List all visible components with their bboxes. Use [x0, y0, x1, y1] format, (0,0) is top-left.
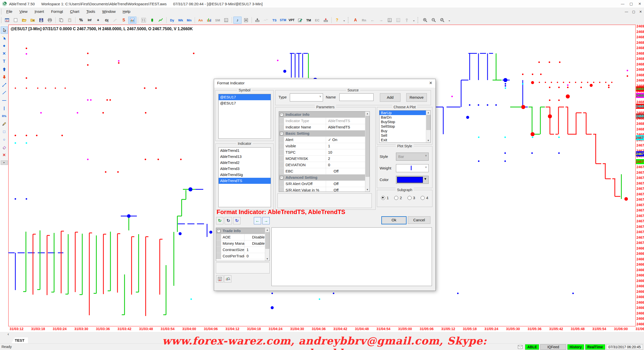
alert-icon[interactable]: A: [351, 17, 359, 24]
recalc-icon[interactable]: ↻: [225, 217, 232, 224]
close-workspace-icon[interactable]: [29, 17, 37, 24]
parameters-grid[interactable]: −Indicator InfoIndicator TypeAbleTrendTS…: [279, 111, 370, 192]
vpt-icon[interactable]: VPT: [288, 17, 296, 24]
gap-icon[interactable]: G|: [103, 17, 111, 24]
tm-icon[interactable]: TM: [305, 17, 313, 24]
subgraph-radio-2[interactable]: 2: [394, 196, 402, 200]
indicator-item[interactable]: AbleTrendTS: [219, 178, 271, 184]
ellipse-tool[interactable]: ○: [1, 136, 8, 143]
sound-alert-icon[interactable]: ♪: [233, 17, 242, 24]
zoom-out-icon[interactable]: [430, 17, 438, 24]
subgraph-radio-4[interactable]: 4: [421, 196, 428, 200]
indicator-item[interactable]: AbleTrendSig: [219, 172, 271, 178]
tab-test[interactable]: TEST: [11, 337, 28, 343]
refresh-icon[interactable]: ↻: [233, 217, 240, 224]
chart-hscrollbar[interactable]: ‹: [0, 332, 644, 337]
plot-item[interactable]: BarUp: [379, 111, 428, 115]
info-icon[interactable]: Inf: [86, 17, 94, 24]
grid-row[interactable]: S/R Alert On/OffOff: [279, 181, 370, 187]
type-combo[interactable]: ˅: [290, 93, 323, 101]
symbol-list[interactable]: @ESU17@ESU17: [218, 94, 271, 139]
collapse-toggle[interactable]: −: [279, 174, 284, 181]
active-chart-icon[interactable]: [128, 17, 136, 24]
copy-icon[interactable]: [57, 17, 65, 24]
report-icon[interactable]: [386, 17, 394, 24]
grid-row[interactable]: Money ManaDisable: [216, 240, 269, 247]
collapse-toggle[interactable]: −: [279, 112, 284, 118]
indicator-item[interactable]: AbleTrend13: [219, 154, 271, 160]
subgraph-radio-3[interactable]: 3: [408, 196, 415, 200]
candle-style-icon[interactable]: [148, 17, 156, 24]
hline-tool[interactable]: —: [1, 97, 8, 104]
trade-info-scrollbar[interactable]: ▲ ▼: [265, 228, 269, 261]
grid-row-value[interactable]: Off: [326, 168, 370, 174]
grid-row[interactable]: Indicator NameAbleTrendTS: [279, 124, 370, 130]
maximize-button[interactable]: ▢: [627, 0, 635, 8]
symbol-item[interactable]: @ESU17: [219, 94, 271, 100]
minimize-button[interactable]: —: [618, 0, 627, 8]
report-button[interactable]: m: [216, 275, 223, 283]
overflow-icon[interactable]: ⌄: [342, 17, 347, 24]
grid-row[interactable]: DEVIATION0: [279, 162, 370, 168]
open-workspace-icon[interactable]: [20, 17, 28, 24]
grid-row-value[interactable]: 2: [326, 156, 370, 162]
collapse-toggle[interactable]: −: [279, 130, 284, 136]
add-button[interactable]: Add: [380, 93, 400, 102]
grid-group-row[interactable]: −Advanced Setting: [279, 174, 370, 181]
grid-row-value[interactable]: ✓ On: [326, 137, 370, 143]
grid-row-value[interactable]: 10: [326, 149, 370, 155]
hotkey-icon[interactable]: [242, 17, 250, 24]
mdi-restore-button[interactable]: ▢: [632, 10, 635, 14]
stm-icon[interactable]: STM: [279, 17, 287, 24]
grid-group-row[interactable]: −Indicator Info: [279, 112, 370, 118]
chart-window-icon[interactable]: [3, 17, 11, 24]
trade-info-grid[interactable]: −Trade InfoAOEDisableMoney ManaDisableCo…: [216, 228, 270, 261]
trendline-tool[interactable]: [1, 81, 8, 88]
overflow2-icon[interactable]: ⌄: [411, 17, 416, 24]
price-axis[interactable]: 24692468.952468.92468.852468.82468.75246…: [636, 25, 644, 326]
grid-row-value[interactable]: 1: [326, 143, 370, 149]
indicator-item[interactable]: AbleTrend3: [219, 166, 271, 172]
grid-row-value[interactable]: AbleTrendTS: [326, 124, 370, 130]
snapshot-icon[interactable]: S: [120, 17, 128, 24]
plot-item[interactable]: Exit: [379, 138, 428, 142]
monthly-icon[interactable]: Mn: [185, 17, 193, 24]
indicator-item[interactable]: AbleTrend1: [219, 148, 271, 154]
dot-tool[interactable]: ◆: [1, 42, 8, 49]
new-chart-icon[interactable]: [12, 17, 20, 24]
text-tool[interactable]: T: [1, 58, 8, 65]
next-indicator-icon[interactable]: →: [262, 217, 270, 224]
menu-format[interactable]: Format: [48, 8, 67, 16]
dialog-close-icon[interactable]: ✕: [429, 81, 432, 85]
zoom-in-icon[interactable]: [421, 17, 429, 24]
help-icon[interactable]: ?: [333, 17, 341, 24]
grid-row[interactable]: EBCOff: [279, 168, 370, 174]
menu-insert[interactable]: Insert: [31, 8, 48, 16]
grid-row[interactable]: ContractSize1: [216, 247, 269, 253]
save-icon[interactable]: [37, 17, 45, 24]
menu-tools[interactable]: Tools: [83, 8, 99, 16]
grid-row-value[interactable]: AbleTrendTS: [326, 118, 370, 124]
sm-icon[interactable]: SM: [214, 17, 222, 24]
edit-icon[interactable]: [296, 17, 304, 24]
fib-tool[interactable]: R%: [1, 112, 8, 120]
plus-icon[interactable]: +: [94, 17, 102, 24]
bar-style-icon[interactable]: [140, 17, 148, 24]
plot-list[interactable]: BarUpBarDnBuyStopSellStopBuySellExit ▲ ▼: [379, 110, 431, 143]
percent-icon[interactable]: %: [77, 17, 85, 24]
parameters-scrollbar[interactable]: ▲ ▼: [365, 112, 370, 192]
daily-icon[interactable]: Dy: [168, 17, 176, 24]
plot-list-scrollbar[interactable]: ▲ ▼: [426, 111, 430, 143]
menu-file[interactable]: File: [3, 8, 16, 16]
grid-row[interactable]: TSPC10: [279, 149, 370, 156]
mark-x-tool[interactable]: ✕: [1, 50, 8, 57]
weekly-icon[interactable]: Wk: [177, 17, 185, 24]
ts-icon[interactable]: TS: [270, 17, 278, 24]
chart-analysis-button[interactable]: [224, 275, 231, 283]
plot-item[interactable]: Sell: [379, 133, 428, 138]
grid-group-row[interactable]: −Trade Info: [216, 228, 269, 234]
cancel-button[interactable]: Cancel: [408, 216, 430, 224]
toolbar-expander-button[interactable]: ▸: [1, 160, 8, 165]
export-data-icon[interactable]: [322, 17, 330, 24]
color-combo[interactable]: ▼: [396, 176, 429, 184]
